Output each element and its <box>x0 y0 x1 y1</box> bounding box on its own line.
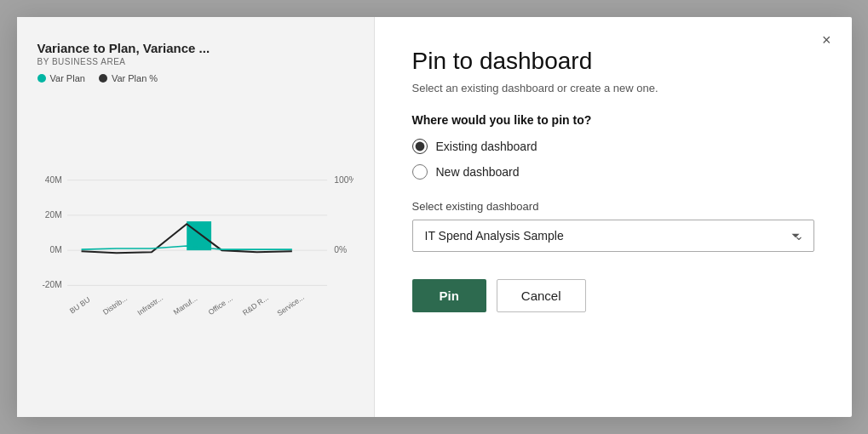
svg-text:Office ...: Office ... <box>206 294 233 317</box>
svg-text:0%: 0% <box>334 245 347 254</box>
svg-text:Manuf...: Manuf... <box>171 294 198 317</box>
chart-preview-panel: Variance to Plan, Variance ... BY BUSINE… <box>17 17 375 417</box>
pin-dialog: Variance to Plan, Variance ... BY BUSINE… <box>17 17 852 417</box>
svg-text:Service...: Service... <box>275 293 306 317</box>
pin-form-panel: × Pin to dashboard Select an existing da… <box>375 17 852 417</box>
dropdown-label: Select existing dashboard <box>412 200 814 213</box>
svg-text:40M: 40M <box>44 175 61 185</box>
where-label: Where would you like to pin to? <box>412 113 814 127</box>
svg-text:0M: 0M <box>49 245 61 254</box>
chart-legend: Var Plan Var Plan % <box>37 73 354 83</box>
select-wrapper: IT Spend Analysis Sample ⌄ <box>412 220 814 252</box>
radio-existing-input[interactable] <box>412 139 428 154</box>
chart-area: 40M 20M 0M -20M 100% 0% <box>37 95 354 397</box>
chart-subtitle: BY BUSINESS AREA <box>37 57 354 66</box>
radio-new[interactable]: New dashboard <box>412 164 814 180</box>
dashboard-select[interactable]: IT Spend Analysis Sample <box>412 220 814 252</box>
pin-button[interactable]: Pin <box>412 279 486 312</box>
cancel-button[interactable]: Cancel <box>497 279 586 312</box>
close-button[interactable]: × <box>817 29 836 51</box>
legend-label-var-plan-pct: Var Plan % <box>112 73 158 83</box>
legend-dot-var-plan-pct <box>99 74 107 83</box>
chart-title: Variance to Plan, Variance ... <box>37 41 354 55</box>
svg-text:BU BU: BU BU <box>67 295 91 316</box>
svg-text:100%: 100% <box>334 175 354 185</box>
svg-text:Distrib...: Distrib... <box>101 294 129 317</box>
legend-item-var-plan-pct: Var Plan % <box>99 73 158 83</box>
radio-existing[interactable]: Existing dashboard <box>412 139 814 154</box>
radio-existing-label: Existing dashboard <box>436 140 537 153</box>
dialog-overlay: Variance to Plan, Variance ... BY BUSINE… <box>0 0 868 434</box>
svg-text:-20M: -20M <box>42 280 61 289</box>
radio-group: Existing dashboard New dashboard <box>412 139 814 180</box>
chart-svg: 40M 20M 0M -20M 100% 0% <box>37 95 354 397</box>
svg-text:R&D R...: R&D R... <box>240 294 269 317</box>
svg-text:Infrastr...: Infrastr... <box>135 294 164 317</box>
svg-text:20M: 20M <box>44 210 61 220</box>
action-buttons: Pin Cancel <box>412 279 814 312</box>
pin-subtitle: Select an existing dashboard or create a… <box>412 82 814 94</box>
legend-dot-var-plan <box>37 74 46 83</box>
legend-label-var-plan: Var Plan <box>50 73 85 83</box>
radio-new-label: New dashboard <box>436 165 520 179</box>
radio-new-input[interactable] <box>412 164 428 180</box>
pin-title: Pin to dashboard <box>412 48 814 75</box>
legend-item-var-plan: Var Plan <box>37 73 85 83</box>
